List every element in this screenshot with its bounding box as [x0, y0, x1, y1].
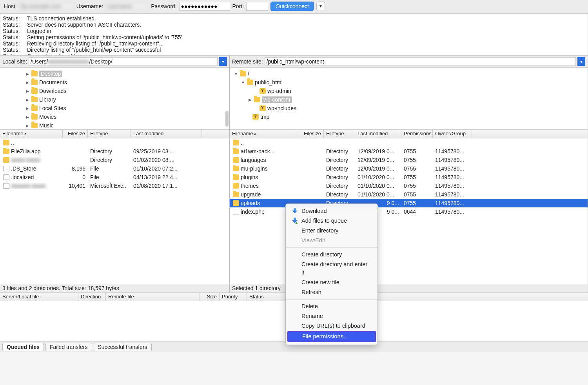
tree-item[interactable]: ▶Downloads [0, 87, 229, 95]
ctx-enter-directory[interactable]: Enter directory [286, 226, 377, 236]
folder-icon [233, 140, 239, 145]
local-site-dropdown[interactable]: ▼ [219, 57, 227, 66]
tree-item[interactable]: tmp [230, 113, 588, 121]
file-row[interactable]: xxxxx xxxxxDirectory01/02/2020 08:... [0, 156, 229, 164]
folder-icon [3, 140, 9, 145]
local-site-path[interactable]: /Users/xxxxxxxxxxxxxxx/Desktop/ [29, 57, 218, 66]
expander-icon[interactable]: ▶ [25, 98, 30, 102]
file-row[interactable]: themesDirectory01/10/2020 0...0755114957… [230, 182, 588, 190]
ctx-file-permissions[interactable]: File permissions... [287, 331, 376, 342]
file-row[interactable]: languagesDirectory12/09/2019 0...0755114… [230, 156, 588, 164]
file-row[interactable]: .. [230, 138, 588, 147]
folder-icon [233, 174, 239, 180]
log-row: Status:Logged in [3, 28, 585, 34]
ctx-create-file[interactable]: Create new file [286, 278, 377, 287]
tree-item[interactable]: wp-includes [230, 104, 588, 113]
folder-icon [31, 97, 38, 102]
sort-asc-icon: ∧ [24, 132, 27, 136]
host-label: Host: [4, 3, 17, 9]
local-file-list[interactable]: ..FileZilla.appDirectory09/25/2019 03:..… [0, 138, 229, 284]
file-icon [3, 174, 9, 180]
quickconnect-bar: Host: Username: Password: Port: Quickcon… [0, 0, 588, 13]
ctx-add-to-queue[interactable]: Add files to queue [286, 216, 377, 226]
tree-item[interactable]: ▶Music [0, 121, 229, 130]
tab-failed-transfers[interactable]: Failed transfers [45, 343, 92, 351]
ctx-refresh[interactable]: Refresh [286, 287, 377, 297]
file-row[interactable]: .localized0File04/13/2019 22:4... [0, 173, 229, 182]
tab-queued-files[interactable]: Queued files [2, 343, 44, 351]
remote-tree[interactable]: ▼/▼public_htmlwp-admin▶wp-contentwp-incl… [230, 68, 588, 130]
host-input[interactable] [19, 2, 74, 11]
scrollbar-thumb[interactable] [225, 111, 229, 127]
expander-icon[interactable]: ▶ [25, 115, 30, 119]
folder-icon [233, 166, 239, 171]
folder-icon [31, 88, 38, 94]
expander-icon[interactable]: ▶ [248, 98, 252, 102]
log-row: Status:Directory listing of "/public_htm… [3, 47, 585, 53]
file-row[interactable]: .. [0, 138, 229, 147]
folder-icon [31, 123, 38, 128]
quickconnect-dropdown[interactable]: ▼ [316, 2, 325, 11]
ctx-delete[interactable]: Delete [286, 301, 377, 311]
local-status: 3 files and 2 directories. Total size: 1… [0, 284, 229, 292]
log-row: Status:Retrieving directory listing of "… [3, 40, 585, 47]
expander-icon[interactable]: ▶ [25, 123, 30, 128]
tree-item[interactable]: wp-admin [230, 87, 588, 95]
tree-item[interactable]: ▼/ [230, 69, 588, 78]
expander-icon[interactable]: ▶ [25, 89, 30, 93]
folder-icon [233, 192, 239, 197]
expander-icon[interactable]: ▶ [25, 106, 30, 111]
local-tree[interactable]: ▶Desktop▶Documents▶Downloads▶Library▶Loc… [0, 68, 229, 130]
remote-site-label: Remote site: [232, 58, 263, 65]
remote-file-list[interactable]: ..ai1wm-back...Directory12/09/2019 0...0… [230, 138, 588, 284]
file-row[interactable]: xxxxxxx xxxxx10,401Microsoft Exc..01/08/… [0, 182, 229, 190]
folder-icon [233, 149, 239, 154]
expander-icon[interactable]: ▼ [234, 72, 238, 76]
file-row[interactable]: pluginsDirectory01/10/2020 0...075511495… [230, 173, 588, 182]
folder-icon [3, 149, 9, 154]
tab-successful-transfers[interactable]: Successful transfers [94, 343, 152, 351]
file-row[interactable]: uploadsDirectory9 0...075511495780... [230, 199, 588, 207]
quickconnect-button[interactable]: Quickconnect [270, 2, 314, 11]
folder-icon [240, 71, 246, 76]
folder-icon [260, 88, 266, 94]
expander-icon[interactable]: ▶ [25, 72, 30, 76]
tree-item[interactable]: ▶wp-content [230, 95, 588, 104]
ctx-rename[interactable]: Rename [286, 311, 377, 321]
ctx-create-directory[interactable]: Create directory [286, 250, 377, 260]
expander-icon[interactable]: ▶ [25, 80, 30, 85]
password-label: Password: [151, 3, 176, 9]
file-row[interactable]: index.php9 0...064411495780... [230, 207, 588, 216]
file-row[interactable]: ai1wm-back...Directory12/09/2019 0...075… [230, 147, 588, 156]
file-row[interactable]: FileZilla.appDirectory09/25/2019 03:... [0, 147, 229, 156]
folder-icon [31, 71, 38, 76]
password-input[interactable] [179, 2, 230, 11]
ctx-create-directory-enter[interactable]: Create directory and enter it [286, 260, 377, 278]
port-input[interactable] [246, 2, 268, 11]
folder-icon [260, 105, 266, 111]
tree-item[interactable]: ▶Movies [0, 113, 229, 121]
tree-item[interactable]: ▶Desktop [0, 69, 229, 78]
message-log: Status:TLS connection established.Status… [0, 13, 588, 56]
remote-site-path[interactable] [265, 57, 576, 66]
username-input[interactable] [105, 2, 149, 11]
ctx-copy-url[interactable]: Copy URL(s) to clipboard [286, 321, 377, 331]
file-row[interactable]: mu-pluginsDirectory12/09/2019 0...075511… [230, 164, 588, 173]
remote-site-dropdown[interactable]: ▼ [577, 57, 585, 66]
folder-icon [31, 80, 38, 85]
file-row[interactable]: upgradeDirectory01/10/2020 0...075511495… [230, 190, 588, 199]
ctx-download[interactable]: Download [286, 206, 377, 216]
context-menu: Download Add files to queue Enter direct… [285, 203, 378, 345]
folder-icon [31, 105, 38, 111]
tree-item[interactable]: ▶Local Sites [0, 104, 229, 113]
tree-item[interactable]: ▶Library [0, 95, 229, 104]
local-list-header[interactable]: Filename∧ Filesize Filetype Last modifie… [0, 130, 229, 138]
tree-item[interactable]: ▶Documents [0, 78, 229, 87]
remote-list-header[interactable]: Filename∧ Filesize Filetype Last modifie… [230, 130, 588, 138]
tree-item[interactable]: ▼public_html [230, 78, 588, 87]
log-row: Status:Setting permissions of '/public_h… [3, 34, 585, 40]
folder-icon [3, 157, 9, 163]
remote-status: Selected 1 directory. [230, 284, 588, 292]
file-row[interactable]: .DS_Store8,196File01/10/2020 07:2... [0, 164, 229, 173]
expander-icon[interactable]: ▼ [241, 80, 245, 85]
